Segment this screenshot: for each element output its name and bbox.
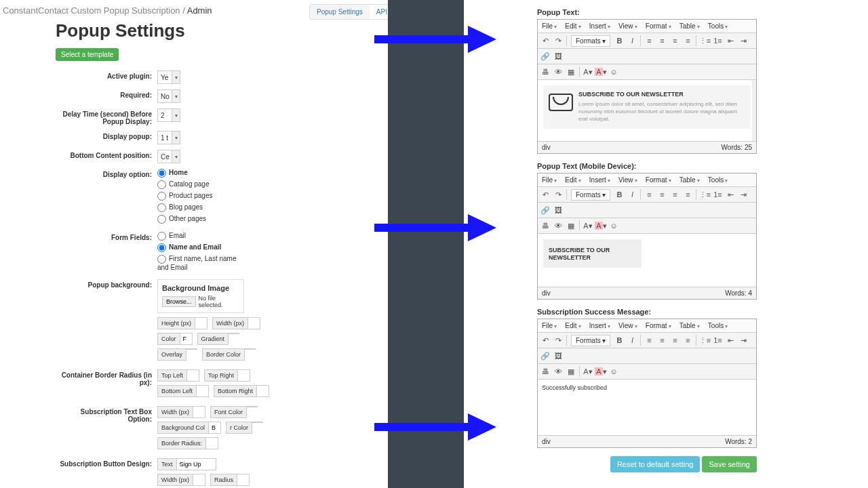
select-delay[interactable]: 2▾ [157,108,180,122]
menu-edit[interactable]: Edit [561,319,585,332]
scrollbar[interactable] [752,80,756,141]
menu-format[interactable]: Format [642,20,675,33]
bg-color-icon[interactable]: A▾ [595,365,607,378]
preview-icon[interactable]: 👁 [552,220,564,232]
menu-file[interactable]: File [538,319,561,332]
radio-catalog[interactable] [157,180,166,189]
undo-icon[interactable]: ↶ [539,188,551,201]
textbox-border-swatch[interactable] [252,422,263,423]
bold-icon[interactable]: B [613,334,625,346]
menu-tools[interactable]: Tools [704,319,732,332]
chevron-down-icon[interactable]: ▾ [172,131,180,144]
emoji-icon[interactable]: ☺ [608,365,620,378]
menu-view[interactable]: View [614,174,642,186]
btn-radius[interactable] [237,474,250,486]
bullet-list-icon[interactable]: ⋮≡ [698,334,711,346]
menu-table[interactable]: Table [675,20,704,33]
reset-button[interactable]: Reset to default setting [610,456,701,472]
menu-tools[interactable]: Tools [704,174,732,186]
code-icon[interactable]: ▦ [565,365,577,378]
undo-icon[interactable]: ↶ [539,35,551,47]
align-justify-icon[interactable]: ≡ [682,334,694,346]
menu-table[interactable]: Table [675,174,704,186]
align-justify-icon[interactable]: ≡ [682,188,694,201]
bg-color-icon[interactable]: A▾ [595,220,607,232]
bullet-list-icon[interactable]: ⋮≡ [698,35,711,47]
radio-home[interactable] [157,169,166,178]
editor-content[interactable]: SUBSCRIBE TO OUR NEWSLETTER Lorem ipsum … [538,80,756,141]
link-icon[interactable]: 🔗 [539,50,551,62]
select-display-popup[interactable]: 1 t▾ [157,131,180,144]
radio-name-email[interactable] [157,243,166,252]
overlay-swatch[interactable] [186,348,197,350]
undo-icon[interactable]: ↶ [539,334,551,346]
menu-edit[interactable]: Edit [561,20,585,33]
preview-icon[interactable]: 👁 [552,66,564,78]
emoji-icon[interactable]: ☺ [608,66,620,78]
number-list-icon[interactable]: 1≡ [711,35,724,47]
bg-color-icon[interactable]: A▾ [595,66,607,78]
radio-product[interactable] [157,192,166,201]
align-left-icon[interactable]: ≡ [643,188,655,201]
preview-icon[interactable]: 👁 [552,365,564,378]
align-left-icon[interactable]: ≡ [643,334,655,346]
align-left-icon[interactable]: ≡ [643,35,655,47]
textbox-bgcolor[interactable] [209,422,221,434]
emoji-icon[interactable]: ☺ [608,220,620,232]
chevron-down-icon[interactable]: ▾ [172,89,180,103]
link-icon[interactable]: 🔗 [539,350,551,362]
menu-file[interactable]: File [538,20,561,33]
menu-view[interactable]: View [614,20,642,33]
radio-blog[interactable] [157,203,166,212]
radius-tl[interactable] [187,369,199,382]
indent-icon[interactable]: ⇥ [737,188,749,201]
menu-view[interactable]: View [614,319,642,332]
bullet-list-icon[interactable]: ⋮≡ [698,188,711,201]
align-center-icon[interactable]: ≡ [656,35,668,47]
radio-full-name[interactable] [157,255,166,264]
chevron-down-icon[interactable]: ▾ [172,70,180,84]
menu-format[interactable]: Format [642,319,675,332]
redo-icon[interactable]: ↷ [552,334,564,346]
link-icon[interactable]: 🔗 [539,204,551,216]
bold-icon[interactable]: B [613,35,625,47]
btn-width[interactable] [193,474,205,486]
redo-icon[interactable]: ↷ [552,35,564,47]
select-template-button[interactable]: Select a template [56,48,119,61]
code-icon[interactable]: ▦ [565,66,577,78]
menu-file[interactable]: File [538,174,561,186]
outdent-icon[interactable]: ⇤ [724,334,736,346]
formats-dropdown[interactable]: Formats ▾ [571,189,610,201]
chevron-down-icon[interactable]: ▾ [172,150,180,163]
number-list-icon[interactable]: 1≡ [711,334,724,346]
outdent-icon[interactable]: ⇤ [724,35,736,47]
tab-popup-settings[interactable]: Popup Settings [310,5,370,19]
indent-icon[interactable]: ⇥ [737,334,749,346]
print-icon[interactable]: 🖶 [539,220,551,232]
outdent-icon[interactable]: ⇤ [724,188,736,201]
image-icon[interactable]: 🖼 [552,50,564,62]
italic-icon[interactable]: I [626,35,638,47]
text-color-icon[interactable]: A▾ [582,220,594,232]
number-list-icon[interactable]: 1≡ [711,188,724,201]
print-icon[interactable]: 🖶 [539,365,551,378]
align-right-icon[interactable]: ≡ [669,334,681,346]
print-icon[interactable]: 🖶 [539,66,551,78]
gradient-swatch[interactable] [229,333,239,334]
text-color-icon[interactable]: A▾ [582,66,594,78]
italic-icon[interactable]: I [626,334,638,346]
menu-table[interactable]: Table [675,319,704,332]
menu-insert[interactable]: Insert [585,174,614,186]
select-bottom-content[interactable]: Ce▾ [157,150,180,163]
textbox-width[interactable] [193,406,205,418]
radius-br[interactable] [257,385,269,397]
align-center-icon[interactable]: ≡ [656,334,668,346]
image-icon[interactable]: 🖼 [552,350,564,362]
radius-bl[interactable] [197,385,209,397]
editor-content[interactable]: Successfully subscribed [538,380,756,435]
menu-edit[interactable]: Edit [561,174,585,186]
save-button[interactable]: Save setting [702,456,757,472]
select-required[interactable]: No▾ [157,89,180,103]
italic-icon[interactable]: I [626,188,638,201]
radio-email[interactable] [157,232,166,241]
